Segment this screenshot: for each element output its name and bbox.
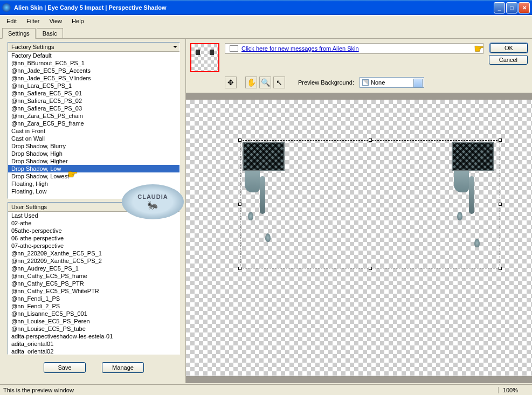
preview-canvas[interactable]: [186, 100, 532, 376]
manage-button[interactable]: Manage: [102, 362, 144, 373]
watermark-text: CLAUDIA: [137, 193, 168, 200]
mail-icon: [230, 45, 238, 52]
list-item[interactable]: adita_oriental02: [8, 348, 179, 354]
handle-s[interactable]: [369, 267, 372, 270]
handle-n[interactable]: [369, 138, 372, 142]
scrollbar-top[interactable]: [186, 93, 532, 100]
handle-sw[interactable]: [238, 267, 241, 270]
list-item[interactable]: Drop Shadow, Blurry: [8, 142, 179, 150]
menu-filter[interactable]: Filter: [22, 17, 44, 25]
handle-se[interactable]: [499, 267, 502, 270]
message-bar: Click here for new messages from Alien S…: [225, 43, 483, 54]
list-item[interactable]: @nn_Jade_EC5_PS_Vlinders: [8, 74, 179, 82]
none-swatch-icon: [362, 79, 369, 86]
navigator-thumbnail[interactable]: [190, 43, 219, 72]
list-item[interactable]: @nn_Safiera_EC5_PS_03: [8, 105, 179, 112]
factory-settings-box: Factory Settings Factory Default@nn_BBur…: [8, 42, 180, 199]
app-icon: [2, 3, 11, 12]
zoom-level: 100%: [498, 387, 529, 393]
list-item[interactable]: @nn_Safiera_EC5_PS_01: [8, 89, 179, 97]
user-settings-box: User Settings Last Used02-athe05athe-per…: [8, 202, 180, 355]
list-item[interactable]: @nn_Cathy_EC5_PS_frame: [8, 272, 179, 280]
window-title: Alien Skin | Eye Candy 5 Impact | Perspe…: [14, 4, 494, 11]
toolbar: ✥ ✋ 🔍 ↖ Preview Background: None: [186, 74, 532, 91]
list-item[interactable]: @nn_Jade_EC5_PS_Accents: [8, 67, 179, 74]
status-text: This is the preview window: [3, 387, 74, 393]
close-button[interactable]: ✕: [519, 2, 530, 13]
list-item[interactable]: @nn_Fendi_1_PS: [8, 295, 179, 302]
tab-basic[interactable]: Basic: [37, 28, 63, 38]
right-panel: Click here for new messages from Alien S…: [186, 39, 532, 383]
list-item[interactable]: @nn_Audrey_EC5_PS_1: [8, 265, 179, 272]
list-item[interactable]: adita_oriental01: [8, 340, 179, 348]
pointer-tool-icon[interactable]: ↖: [273, 77, 285, 88]
list-item[interactable]: 06-athe-perspective: [8, 234, 179, 242]
menu-edit[interactable]: Edit: [2, 17, 21, 25]
zoom-tool-icon[interactable]: 🔍: [259, 77, 271, 88]
cancel-button[interactable]: Cancel: [489, 55, 528, 65]
factory-settings-header[interactable]: Factory Settings: [8, 43, 179, 52]
list-item[interactable]: Cast on Wall: [8, 135, 179, 142]
list-item[interactable]: @nn_Zara_EC5_PS_chain: [8, 112, 179, 120]
list-item[interactable]: Cast in Front: [8, 127, 179, 135]
preview-bg-label: Preview Background:: [298, 79, 354, 86]
titlebar: Alien Skin | Eye Candy 5 Impact | Perspe…: [0, 0, 532, 15]
menu-view[interactable]: View: [45, 17, 66, 25]
list-item[interactable]: 02-athe: [8, 219, 179, 227]
menu-help[interactable]: Help: [67, 17, 88, 25]
list-item[interactable]: @nn_Lisanne_EC5_PS_001: [8, 310, 179, 317]
scrollbar-bottom[interactable]: [186, 376, 532, 383]
list-item[interactable]: @nn_Safiera_EC5_PS_02: [8, 97, 179, 105]
list-item[interactable]: @nn_Louise_EC5_PS_Peren: [8, 317, 179, 325]
list-item[interactable]: @nn_220209_Xanthe_EC5_PS_2: [8, 257, 179, 265]
watermark: CLAUDIA 🐜: [122, 184, 184, 219]
list-item[interactable]: Drop Shadow, Lowest: [8, 172, 179, 180]
preview-object-left: [243, 142, 288, 192]
move-tool-icon[interactable]: ✥: [225, 77, 237, 88]
tab-settings[interactable]: Settings: [2, 28, 36, 39]
minimize-button[interactable]: _: [494, 2, 505, 13]
list-item[interactable]: @nn_BBurnout_EC5_PS_1: [8, 59, 179, 67]
settings-button-row: Save Manage: [8, 358, 180, 373]
list-item[interactable]: @nn_Fendi_2_PS: [8, 302, 179, 310]
list-item[interactable]: Drop Shadow, High: [8, 150, 179, 157]
handle-w[interactable]: [238, 203, 241, 206]
list-item[interactable]: @nn_Zara_EC5_PS_frame: [8, 120, 179, 127]
watermark-icon: 🐜: [147, 200, 158, 210]
list-item[interactable]: @nn_220209_Xanthe_EC5_PS_1: [8, 250, 179, 257]
factory-settings-list[interactable]: Factory Default@nn_BBurnout_EC5_PS_1@nn_…: [8, 52, 179, 198]
preview-object-right: [452, 142, 498, 192]
list-item[interactable]: @nn_Cathy_EC5_PS_PTR: [8, 280, 179, 287]
tabs: Settings Basic: [0, 26, 532, 38]
list-item[interactable]: Drop Shadow, Low: [8, 165, 179, 172]
list-item[interactable]: @nn_Louise_EC5_PS_tube: [8, 325, 179, 332]
list-item[interactable]: 07-athe-perspective: [8, 242, 179, 250]
handle-nw[interactable]: [238, 138, 241, 142]
handle-ne[interactable]: [499, 138, 502, 142]
hand-tool-icon[interactable]: ✋: [245, 77, 257, 88]
window-controls: _ □ ✕: [494, 2, 530, 13]
list-item[interactable]: Drop Shadow, Higher: [8, 157, 179, 165]
list-item[interactable]: @nn_Lara_EC5_PS_1: [8, 82, 179, 89]
statusbar: This is the preview window 100%: [0, 384, 532, 395]
save-button[interactable]: Save: [44, 362, 86, 373]
menubar: Edit Filter View Help: [0, 15, 532, 26]
list-item[interactable]: adita-perspectiveshadow-les-estela-01: [8, 332, 179, 340]
list-item[interactable]: Factory Default: [8, 52, 179, 59]
handle-e[interactable]: [499, 203, 502, 206]
message-link[interactable]: Click here for new messages from Alien S…: [241, 45, 359, 52]
user-settings-list[interactable]: Last Used02-athe05athe-perspective06-ath…: [8, 212, 179, 354]
ok-button[interactable]: OK: [490, 43, 528, 53]
preview-bg-value: None: [371, 79, 385, 86]
list-item[interactable]: 05athe-perspective: [8, 227, 179, 234]
list-item[interactable]: @nn_Cathy_EC5_PS_WhitePTR: [8, 287, 179, 295]
maximize-button[interactable]: □: [506, 2, 517, 13]
selection-box[interactable]: [240, 140, 500, 268]
preview-bg-select[interactable]: None: [360, 77, 424, 88]
